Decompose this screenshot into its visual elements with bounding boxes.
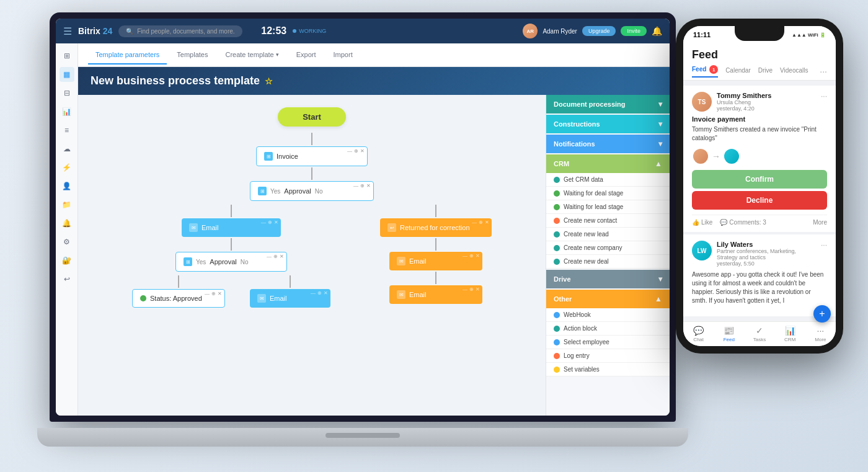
email2-node[interactable]: ✉ Email — ⊕ ✕ <box>250 289 330 308</box>
phone-tab-drive[interactable]: Drive <box>758 67 773 76</box>
sidebar-icon-chart[interactable]: 📊 <box>60 104 74 119</box>
sidebar-icon-lock[interactable]: 🔐 <box>60 253 74 268</box>
sidebar-icon-bolt[interactable]: ⚡ <box>60 160 74 175</box>
crm-item-new-lead[interactable]: Create new lead <box>546 228 670 241</box>
close-icon8[interactable]: ✕ <box>476 253 480 259</box>
doc-processing-header[interactable]: Document processing ▾ <box>546 95 670 114</box>
crm-item-new-deal[interactable]: Create new deal <box>546 255 670 269</box>
close-icon3[interactable]: ✕ <box>274 220 278 225</box>
bottom-nav-chat[interactable]: 💬 Chat <box>683 326 714 342</box>
other-item-variables[interactable]: Set variables <box>546 363 670 376</box>
crm-item-deal-stage[interactable]: Waiting for deal stage <box>546 187 670 200</box>
collapse-icon4[interactable]: ▲ <box>655 159 662 168</box>
fab-button[interactable]: + <box>813 305 831 323</box>
close-icon9[interactable]: ✕ <box>476 287 480 292</box>
more-button[interactable]: More <box>813 219 827 226</box>
settings-icon4[interactable]: ⊕ <box>273 254 278 259</box>
workflow-canvas[interactable]: Start ⊞ Invoice — <box>78 95 546 416</box>
close-icon7[interactable]: ✕ <box>485 220 489 225</box>
sidebar-icon-gear[interactable]: ⚙ <box>60 234 74 249</box>
minimize-icon4[interactable]: — <box>267 254 272 259</box>
settings-icon5[interactable]: ⊕ <box>211 291 216 296</box>
sidebar-icon-filter[interactable]: ▦ <box>60 67 74 82</box>
phone-tab-calendar[interactable]: Calendar <box>725 67 751 76</box>
close-icon2[interactable]: ✕ <box>366 183 371 189</box>
other-item-action[interactable]: Action block <box>546 322 670 336</box>
minimize-icon8[interactable]: — <box>463 253 467 259</box>
approval2-node[interactable]: ⊞ Yes Approval No — ⊕ ✕ <box>175 252 287 272</box>
tab-create-template[interactable]: Create template ▾ <box>218 46 286 65</box>
collapse-icon5[interactable]: ▾ <box>658 275 662 283</box>
phone-tab-videocalls[interactable]: Videocalls <box>780 67 808 76</box>
crm-item-lead-stage[interactable]: Waiting for lead stage <box>546 200 670 214</box>
tab-import[interactable]: Import <box>326 46 360 65</box>
other-item-webhook[interactable]: WebHook <box>546 308 670 322</box>
post-more-icon-2[interactable]: ··· <box>821 241 827 249</box>
upgrade-button[interactable]: Upgrade <box>582 26 616 36</box>
returned-node[interactable]: ↩ Returned for correction — ⊕ ✕ <box>380 218 492 237</box>
sidebar-icon-folder[interactable]: 📁 <box>60 197 74 212</box>
post-more-icon-1[interactable]: ··· <box>821 92 827 100</box>
tab-export[interactable]: Export <box>289 46 324 65</box>
minimize-icon9[interactable]: — <box>463 287 467 292</box>
minimize-icon[interactable]: — <box>347 148 352 154</box>
close-icon5[interactable]: ✕ <box>218 291 222 296</box>
search-bar[interactable]: 🔍 <box>118 25 242 37</box>
crm-item-new-company[interactable]: Create new company <box>546 241 670 255</box>
other-item-log[interactable]: Log entry <box>546 349 670 363</box>
sidebar-icon-user[interactable]: 👤 <box>60 179 74 194</box>
sidebar-icon-cloud[interactable]: ☁ <box>60 141 74 156</box>
sidebar-icon-back[interactable]: ↩ <box>60 272 74 287</box>
crm-header[interactable]: CRM ▲ <box>546 154 670 173</box>
bottom-nav-more[interactable]: ··· More <box>805 326 836 342</box>
email4-node[interactable]: ✉ Email — ⊕ ✕ <box>389 285 482 304</box>
bottom-nav-tasks[interactable]: ✓ Tasks <box>744 326 774 342</box>
confirm-button[interactable]: Confirm <box>692 170 827 189</box>
close-icon[interactable]: ✕ <box>360 148 365 154</box>
search-input[interactable] <box>137 28 235 35</box>
status-approved-node[interactable]: Status: Approved — ⊕ ✕ <box>132 289 225 308</box>
settings-icon3[interactable]: ⊕ <box>268 220 272 225</box>
constructions-header[interactable]: Constructions ▾ <box>546 115 670 133</box>
notifications-header[interactable]: Notifications ▾ <box>546 135 670 153</box>
other-item-employee[interactable]: Select employee <box>546 336 670 349</box>
drive-header[interactable]: Drive ▾ <box>546 270 670 288</box>
bottom-nav-feed[interactable]: 📰 Feed <box>714 326 744 342</box>
settings-icon[interactable]: ⊕ <box>354 148 358 154</box>
collapse-icon1[interactable]: ▾ <box>658 100 662 109</box>
tab-template-parameters[interactable]: Template parameters <box>88 46 167 65</box>
collapse-icon3[interactable]: ▾ <box>658 140 662 148</box>
email3-node[interactable]: ✉ Email — ⊕ ✕ <box>389 252 482 270</box>
crm-item-new-contact[interactable]: Create new contact <box>546 214 670 228</box>
hamburger-icon[interactable]: ☰ <box>63 25 72 37</box>
settings-icon6[interactable]: ⊕ <box>317 290 322 296</box>
more-dots-icon[interactable]: ··· <box>820 66 827 76</box>
collapse-icon2[interactable]: ▾ <box>658 120 662 128</box>
comments-button[interactable]: 💬 Comments: 3 <box>720 219 766 226</box>
settings-icon9[interactable]: ⊕ <box>469 287 474 292</box>
settings-icon8[interactable]: ⊕ <box>469 253 474 259</box>
minimize-icon6[interactable]: — <box>311 290 316 296</box>
sidebar-icon-grid[interactable]: ⊟ <box>60 86 74 100</box>
sidebar-icon-list[interactable]: ≡ <box>60 123 74 138</box>
sidebar-icon-home[interactable]: ⊞ <box>60 48 74 63</box>
settings-icon7[interactable]: ⊕ <box>479 220 483 225</box>
close-icon6[interactable]: ✕ <box>324 290 328 296</box>
invoice-node[interactable]: ⊞ Invoice — ⊕ ✕ <box>256 146 368 166</box>
crm-item-get-data[interactable]: Get CRM data <box>546 173 670 187</box>
tab-templates[interactable]: Templates <box>169 46 215 65</box>
bottom-nav-crm[interactable]: 📊 CRM <box>775 326 805 342</box>
other-header[interactable]: Other ▲ <box>546 290 670 308</box>
start-node[interactable]: Start <box>278 107 346 127</box>
like-button[interactable]: 👍 Like <box>692 219 712 226</box>
minimize-icon2[interactable]: — <box>353 183 358 189</box>
decline-button[interactable]: Decline <box>692 191 827 210</box>
collapse-icon6[interactable]: ▲ <box>655 295 662 303</box>
email1-node[interactable]: ✉ Email — ⊕ ✕ <box>182 218 281 237</box>
minimize-icon5[interactable]: — <box>205 291 210 296</box>
star-icon[interactable]: ☆ <box>265 76 273 86</box>
sidebar-icon-bell[interactable]: 🔔 <box>60 216 74 231</box>
phone-tab-feed[interactable]: Feed 1 <box>692 65 718 78</box>
approval1-node[interactable]: ⊞ Yes Approval No — ⊕ ✕ <box>250 181 374 201</box>
minimize-icon3[interactable]: — <box>261 220 266 225</box>
